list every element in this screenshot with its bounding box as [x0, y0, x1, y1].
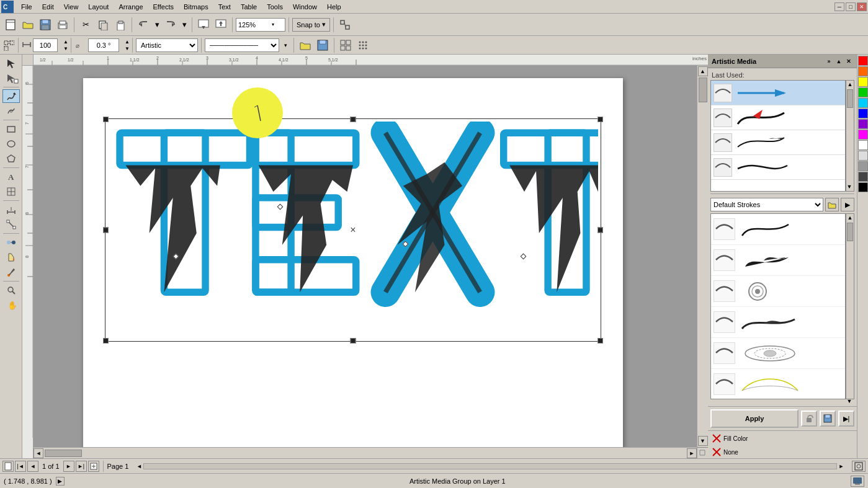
scroll-corner-btn[interactable]: [697, 447, 709, 458]
menu-tools[interactable]: Tools: [262, 2, 288, 12]
tool-connector[interactable]: [2, 218, 20, 231]
line-dropdown[interactable]: ▾: [280, 37, 290, 53]
scroll-down-btn[interactable]: ▼: [698, 436, 708, 446]
page-doc-btn[interactable]: [2, 461, 14, 472]
line-style-select[interactable]: ────────── - - - - - - - ·····: [205, 38, 279, 52]
close-button[interactable]: ✕: [857, 2, 867, 11]
tool-freehand[interactable]: [2, 89, 20, 103]
lu-scroll-up[interactable]: ▲: [846, 81, 854, 88]
cut-button[interactable]: ✂: [78, 17, 94, 33]
menu-layout[interactable]: Layout: [83, 2, 114, 12]
strokes-right-arrow-btn[interactable]: ▶: [841, 198, 854, 211]
last-used-list[interactable]: [710, 80, 846, 192]
panel-expand-btn[interactable]: »: [825, 57, 833, 66]
scroll-right-btn[interactable]: ►: [687, 448, 697, 458]
open-button[interactable]: [20, 17, 36, 33]
panel-close-btn[interactable]: ✕: [844, 57, 853, 66]
tool-polygon[interactable]: [2, 152, 20, 166]
minimize-button[interactable]: ─: [834, 2, 844, 11]
page-first-btn[interactable]: |◄: [15, 461, 26, 472]
menu-help[interactable]: Help: [322, 2, 346, 12]
snap-to-button[interactable]: Snap to▾: [292, 18, 330, 32]
snap-options-button[interactable]: [337, 17, 353, 33]
strokes-folder-btn[interactable]: [825, 198, 839, 211]
handle-br[interactable]: [597, 338, 603, 344]
zoom-control[interactable]: 125% ▾: [236, 18, 285, 32]
color-black[interactable]: [858, 182, 868, 192]
canvas-area[interactable]: × ▲: [34, 66, 708, 458]
menu-window[interactable]: Window: [288, 2, 322, 12]
redo-dropdown[interactable]: ▾: [180, 17, 189, 33]
menu-edit[interactable]: Edit: [37, 2, 59, 12]
last-used-item-2[interactable]: [711, 105, 845, 130]
status-monitor-btn[interactable]: [851, 476, 864, 487]
save-toolbar-button[interactable]: [37, 17, 53, 33]
print-button[interactable]: [55, 17, 71, 33]
lu-scroll-down[interactable]: ▼: [846, 183, 853, 190]
last-used-scrollbar[interactable]: ▲ ▼: [846, 80, 854, 192]
str-scroll-thumb[interactable]: [847, 223, 853, 241]
handle-mr[interactable]: [597, 228, 603, 233]
grid-btn[interactable]: [338, 37, 354, 53]
menu-view[interactable]: View: [59, 2, 84, 12]
tool-text[interactable]: A: [2, 170, 20, 184]
tool-pan[interactable]: ✋: [2, 298, 20, 312]
color-red[interactable]: [858, 56, 868, 66]
panel-up-btn[interactable]: ▲: [834, 57, 843, 66]
panel-save-button[interactable]: [820, 410, 836, 427]
zoom-fit-btn[interactable]: [852, 461, 866, 472]
tool-eyedropper[interactable]: [2, 265, 20, 279]
tool-dimension[interactable]: [2, 203, 20, 216]
color-purple[interactable]: [858, 119, 868, 129]
scroll-left-btn[interactable]: ◄: [34, 448, 43, 458]
copy-button[interactable]: [95, 17, 111, 33]
select-all-button[interactable]: [2, 39, 15, 51]
tool-zoom[interactable]: [2, 283, 20, 297]
artistic-style-select[interactable]: Artistic Preset Brush Sprayer Calligraph…: [136, 38, 198, 52]
page-add-btn[interactable]: [88, 461, 99, 472]
export-button[interactable]: [213, 17, 229, 33]
maximize-button[interactable]: □: [846, 2, 856, 11]
menu-file[interactable]: File: [16, 2, 37, 12]
color-darkgray[interactable]: [858, 172, 868, 182]
menu-effects[interactable]: Effects: [148, 2, 179, 12]
save2-btn[interactable]: [315, 37, 331, 53]
scroll-up-btn[interactable]: ▲: [698, 66, 708, 76]
str-scroll-down[interactable]: ▼: [846, 397, 853, 405]
color-cyan[interactable]: [858, 98, 868, 108]
handle-tr[interactable]: [597, 117, 603, 122]
tool-pick[interactable]: [2, 56, 20, 70]
color-magenta[interactable]: [858, 130, 868, 140]
stroke-item-6[interactable]: [711, 369, 845, 399]
width-input[interactable]: 100: [33, 38, 58, 52]
lu-scroll-thumb[interactable]: [847, 89, 853, 108]
str-scroll-up[interactable]: ▲: [846, 214, 854, 221]
last-used-item-4[interactable]: [711, 155, 845, 180]
strokes-scrollbar[interactable]: ▲ ▼: [846, 213, 854, 399]
stroke-item-2[interactable]: [711, 245, 845, 276]
dots-grid-btn[interactable]: [355, 37, 371, 53]
page-prev-btn[interactable]: ◄: [27, 461, 38, 472]
stroke-item-4[interactable]: [711, 307, 845, 338]
scroll-v-thumb[interactable]: [699, 78, 707, 102]
import-button[interactable]: [195, 17, 212, 33]
strokes-category-select[interactable]: Default Strokes Artistic Calligraphy: [710, 198, 823, 211]
lock-button[interactable]: [801, 410, 817, 427]
tool-smart[interactable]: [2, 104, 20, 118]
undo-button[interactable]: [135, 17, 151, 33]
apply-button[interactable]: Apply: [710, 409, 799, 428]
menu-arrange[interactable]: Arrange: [114, 2, 148, 12]
last-used-item-3[interactable]: [711, 130, 845, 155]
h-scroll-btn-right[interactable]: ►: [837, 462, 846, 471]
page-next-btn[interactable]: ►: [63, 461, 74, 472]
stroke-item-1[interactable]: [711, 214, 845, 245]
color-blue[interactable]: [858, 109, 868, 118]
new-button[interactable]: [2, 17, 19, 33]
tool-blend[interactable]: [2, 236, 20, 249]
zoom-input[interactable]: 125%: [236, 21, 271, 29]
tool-table[interactable]: [2, 185, 20, 198]
undo-dropdown[interactable]: ▾: [153, 17, 161, 33]
page-last-btn[interactable]: ►|: [76, 461, 87, 472]
scroll-h-thumb[interactable]: [45, 450, 82, 457]
tool-pick-node[interactable]: [2, 71, 20, 85]
